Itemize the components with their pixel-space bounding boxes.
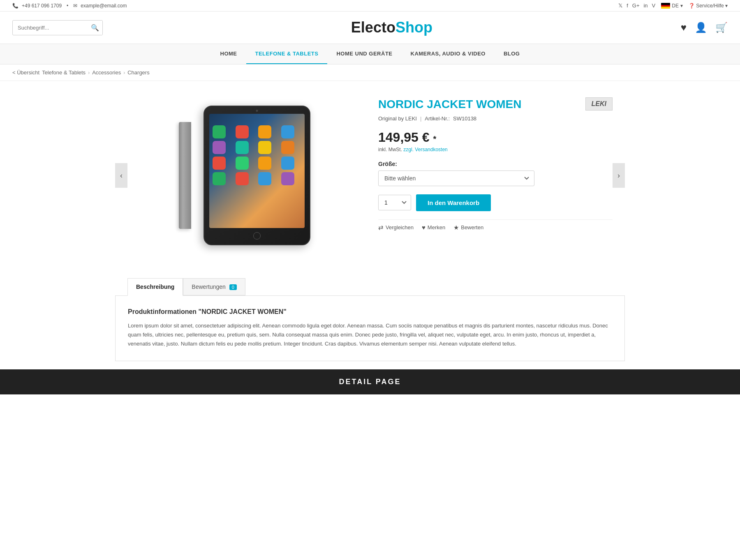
app-icon-4 xyxy=(213,141,226,154)
product-image xyxy=(179,97,310,253)
question-icon: ❓ xyxy=(689,3,695,9)
nav-item-home-gerate[interactable]: HOME UND GERÄTE xyxy=(327,44,401,64)
header: 🔍 ElectoShop ♥ 👤 🛒 xyxy=(0,12,740,44)
email-icon: ✉ xyxy=(73,3,77,9)
breadcrumb-item-telefone[interactable]: Telefone & Tablets xyxy=(42,69,86,76)
app-icon-7 xyxy=(281,141,294,154)
carousel-next-button[interactable]: › xyxy=(613,163,625,188)
breadcrumb-item-accessories[interactable]: Accessories xyxy=(92,69,121,76)
breadcrumb-sep-2: › xyxy=(123,70,125,76)
description-body: Lorem ipsum dolor sit amet, consectetuer… xyxy=(128,321,612,348)
tab-bewertungen[interactable]: Bewertungen 0 xyxy=(183,278,245,295)
compare-icon: ⇄ xyxy=(378,224,384,231)
chevron-down-icon: ▾ xyxy=(725,3,728,9)
review-button[interactable]: ★ Bewerten xyxy=(453,224,483,231)
breadcrumb: < Übersicht Telefone & Tablets › Accesso… xyxy=(0,65,740,81)
email-address: example@email.com xyxy=(81,3,127,9)
tab-content-beschreibung: Produktinformationen "NORDIC JACKET WOME… xyxy=(115,295,625,361)
price-note: inkl. MwSt. zzgl. Versandkosten xyxy=(378,147,613,152)
cart-section: 1 2 3 In den Warenkorb xyxy=(378,194,613,211)
nav-item-home[interactable]: HOME xyxy=(211,44,246,64)
product-details: LEKI NORDIC JACKET WOMEN Original by LEK… xyxy=(378,93,613,258)
logo: ElectoShop xyxy=(351,19,432,36)
wishlist-button[interactable]: ♥ Merken xyxy=(422,224,445,231)
language-selector[interactable]: DE ▾ xyxy=(661,3,683,9)
app-icon-11 xyxy=(281,157,294,170)
product-area: ‹ LEKI NORD xyxy=(115,81,625,270)
vimeo-icon[interactable]: V xyxy=(652,2,656,9)
logo-blue: Shop xyxy=(395,19,432,36)
tab-beschreibung[interactable]: Beschreibung xyxy=(127,278,183,296)
footer-bar: DETAIL PAGE xyxy=(0,369,740,394)
app-grid xyxy=(209,122,305,189)
quantity-select[interactable]: 1 2 3 xyxy=(378,195,411,210)
app-icon-9 xyxy=(236,157,249,170)
app-icon-12 xyxy=(213,172,226,185)
star-icon: ★ xyxy=(453,224,459,231)
footer-label: DETAIL PAGE xyxy=(339,378,401,386)
app-icon-10 xyxy=(258,157,271,170)
search-box[interactable]: 🔍 xyxy=(12,20,103,35)
flag-icon xyxy=(661,3,670,9)
service-link[interactable]: ❓ Service/Hilfe ▾ xyxy=(689,3,728,9)
linkedin-icon[interactable]: in xyxy=(643,2,648,9)
bewertungen-badge: 0 xyxy=(229,284,237,290)
product-meta: Original by LEKI | Artikel-Nr.: SW10138 xyxy=(378,115,613,122)
compare-button[interactable]: ⇄ Vergleichen xyxy=(378,224,414,231)
product-image-section xyxy=(127,93,362,258)
phone-number: +49 617 096 1709 xyxy=(22,3,62,9)
product-title: NORDIC JACKET WOMEN xyxy=(378,97,613,111)
facebook-icon[interactable]: f xyxy=(627,2,628,9)
shipping-link[interactable]: zzgl. Versandkosten xyxy=(403,147,447,152)
size-section: Größe: Bitte wählen xyxy=(378,161,613,186)
tabs-section: Beschreibung Bewertungen 0 xyxy=(115,270,625,295)
size-select[interactable]: Bitte wählen xyxy=(378,171,534,186)
carousel-prev-button[interactable]: ‹ xyxy=(115,163,127,188)
ipad-camera xyxy=(256,110,258,112)
ipad-screen xyxy=(209,114,305,228)
brand-logo: LEKI xyxy=(585,97,613,111)
search-input[interactable] xyxy=(13,21,87,34)
phone-icon: 📞 xyxy=(12,3,18,9)
language-label: DE xyxy=(672,3,679,9)
social-icons: 𝕏 f G+ in V xyxy=(618,2,655,9)
twitter-icon[interactable]: 𝕏 xyxy=(618,2,622,9)
chevron-down-icon: ▾ xyxy=(680,3,683,9)
product-image-wrapper xyxy=(175,97,314,253)
cart-icon[interactable]: 🛒 xyxy=(715,22,728,33)
add-to-cart-button[interactable]: In den Warenkorb xyxy=(416,194,491,211)
app-icon-14 xyxy=(258,172,271,185)
google-plus-icon[interactable]: G+ xyxy=(632,2,640,9)
product-price: 149,95 € * xyxy=(378,130,613,145)
logo-black: Electo xyxy=(351,19,395,36)
article-nr-label: Artikel-Nr.: xyxy=(425,115,450,122)
ipad-side xyxy=(179,122,191,229)
wishlist-icon[interactable]: ♥ xyxy=(681,22,687,33)
search-button[interactable]: 🔍 xyxy=(87,21,103,35)
size-label: Größe: xyxy=(378,161,613,167)
app-icon-6 xyxy=(258,141,271,154)
nav-item-telefone[interactable]: TELEFONE & TABLETS xyxy=(246,44,328,64)
app-icon-15 xyxy=(281,172,294,185)
ipad-body xyxy=(204,106,310,245)
app-icon-13 xyxy=(236,172,249,185)
nav-item-kameras[interactable]: KAMERAS, AUDIO & VIDEO xyxy=(402,44,495,64)
top-bar-right: 𝕏 f G+ in V DE ▾ ❓ Service/Hilfe ▾ xyxy=(618,2,728,9)
nav-item-blog[interactable]: BLOG xyxy=(495,44,529,64)
app-icon-0 xyxy=(213,125,226,138)
original-by: Original by LEKI xyxy=(378,115,417,122)
app-icon-8 xyxy=(213,157,226,170)
heart-icon: ♥ xyxy=(422,224,426,231)
tabs: Beschreibung Bewertungen 0 xyxy=(127,278,613,295)
top-bar-left: 📞 +49 617 096 1709 • ✉ example@email.com xyxy=(12,3,127,9)
header-icons: ♥ 👤 🛒 xyxy=(681,22,728,33)
article-nr: SW10138 xyxy=(453,115,476,122)
price-section: 149,95 € * inkl. MwSt. zzgl. Versandkost… xyxy=(378,130,613,152)
action-buttons: ⇄ Vergleichen ♥ Merken ★ Bewerten xyxy=(378,219,613,231)
description-heading: Produktinformationen "NORDIC JACKET WOME… xyxy=(128,308,612,316)
meta-divider: | xyxy=(420,115,421,122)
breadcrumb-back[interactable]: < Übersicht xyxy=(12,69,39,76)
account-icon[interactable]: 👤 xyxy=(695,22,707,33)
top-bar: 📞 +49 617 096 1709 • ✉ example@email.com… xyxy=(0,0,740,12)
breadcrumb-sep-1: › xyxy=(88,70,90,76)
